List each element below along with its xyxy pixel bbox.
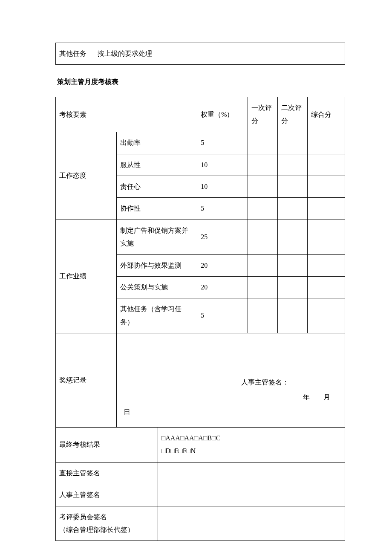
- item-label: 服从性: [117, 154, 197, 176]
- item-label: 出勤率: [117, 132, 197, 154]
- final-result-options: □AAA□AA□A□B□C □D□E□F□N: [158, 428, 345, 462]
- score2-cell: [277, 132, 307, 154]
- header-weight: 权重（%）: [197, 97, 248, 132]
- total-cell: [307, 132, 345, 154]
- item-weight: 20: [197, 254, 248, 276]
- committee-sign-line1: 考评委员会签名: [59, 511, 154, 523]
- group-name: 工作态度: [56, 132, 117, 220]
- item-weight: 5: [197, 198, 248, 220]
- item-label: 协作性: [117, 198, 197, 220]
- item-label: 其他任务（含学习任务）: [117, 298, 197, 333]
- score2-cell: [277, 198, 307, 220]
- item-weight: 20: [197, 276, 248, 298]
- committee-sign-label: 考评委员会签名 （综合管理部部长代签）: [56, 506, 158, 541]
- item-weight: 10: [197, 176, 248, 197]
- top-task-table: 其他任务 按上级的要求处理: [55, 43, 345, 65]
- table-row: 工作业绩 制定广告和促销方案并实施 25: [56, 220, 345, 254]
- committee-sign-cell: [158, 506, 345, 541]
- score1-cell: [248, 254, 277, 276]
- reward-row: 奖惩记录 人事主管签名： 年 月 日: [56, 333, 345, 428]
- item-label: 制定广告和促销方案并实施: [117, 220, 197, 254]
- final-result-row: 最终考核结果 □AAA□AA□A□B□C □D□E□F□N: [56, 428, 345, 462]
- score2-cell: [277, 176, 307, 197]
- score1-cell: [248, 132, 277, 154]
- score1-cell: [248, 198, 277, 220]
- score2-cell: [277, 220, 307, 254]
- section-title: 策划主管月度考核表: [57, 78, 345, 87]
- signature-row: 考评委员会签名 （综合管理部部长代签）: [56, 506, 345, 541]
- total-cell: [307, 298, 345, 333]
- direct-supervisor-sign-cell: [158, 462, 345, 484]
- score2-cell: [277, 298, 307, 333]
- final-options-line2: □D□E□F□N: [161, 445, 342, 457]
- header-score2: 二次评分: [277, 97, 307, 132]
- assessment-table: 考核要素 权重（%） 一次评分 二次评分 综合分 工作态度 出勤率 5 服从性 …: [55, 97, 345, 541]
- header-row: 考核要素 权重（%） 一次评分 二次评分 综合分: [56, 97, 345, 132]
- score1-cell: [248, 298, 277, 333]
- score1-cell: [248, 154, 277, 176]
- reward-label: 奖惩记录: [56, 333, 117, 428]
- hr-sign-label: 人事主管签名：: [124, 375, 338, 390]
- table-row: 其他任务 按上级的要求处理: [56, 43, 345, 65]
- score2-cell: [277, 154, 307, 176]
- total-cell: [307, 254, 345, 276]
- score2-cell: [277, 254, 307, 276]
- item-weight: 25: [197, 220, 248, 254]
- final-options-line1: □AAA□AA□A□B□C: [161, 432, 342, 445]
- score1-cell: [248, 176, 277, 197]
- item-label: 责任心: [117, 176, 197, 197]
- final-result-label: 最终考核结果: [56, 428, 158, 462]
- total-cell: [307, 176, 345, 197]
- signature-row: 直接主管签名: [56, 462, 345, 484]
- hr-supervisor-sign-cell: [158, 484, 345, 506]
- item-label: 外部协作与效果监测: [117, 254, 197, 276]
- header-element: 考核要素: [56, 97, 197, 132]
- score1-cell: [248, 220, 277, 254]
- committee-sign-line2: （综合管理部部长代签）: [59, 523, 154, 536]
- total-cell: [307, 276, 345, 298]
- score1-cell: [248, 276, 277, 298]
- header-score1: 一次评分: [248, 97, 277, 132]
- direct-supervisor-sign-label: 直接主管签名: [56, 462, 158, 484]
- top-task-value: 按上级的要求处理: [94, 43, 345, 65]
- item-weight: 5: [197, 298, 248, 333]
- signature-row: 人事主管签名: [56, 484, 345, 506]
- score2-cell: [277, 276, 307, 298]
- hr-supervisor-sign-label: 人事主管签名: [56, 484, 158, 506]
- total-cell: [307, 154, 345, 176]
- group-name: 工作业绩: [56, 220, 117, 333]
- date-day: 日: [124, 405, 338, 419]
- item-weight: 5: [197, 132, 248, 154]
- item-weight: 10: [197, 154, 248, 176]
- total-cell: [307, 220, 345, 254]
- total-cell: [307, 198, 345, 220]
- date-year-month: 年 月: [124, 390, 338, 405]
- table-row: 工作态度 出勤率 5: [56, 132, 345, 154]
- top-task-label: 其他任务: [56, 43, 94, 65]
- header-total: 综合分: [307, 97, 345, 132]
- reward-signature-cell: 人事主管签名： 年 月 日: [117, 333, 345, 428]
- item-label: 公关策划与实施: [117, 276, 197, 298]
